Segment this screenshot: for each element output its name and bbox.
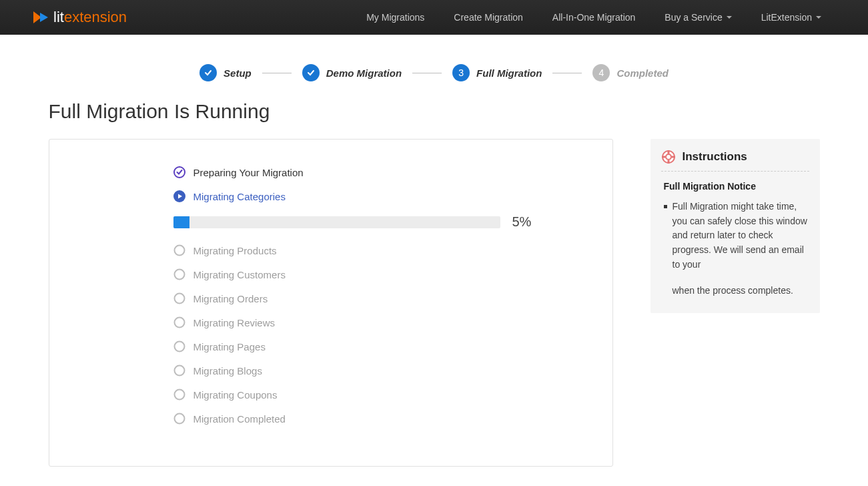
nav-buy-service[interactable]: Buy a Service bbox=[650, 0, 746, 35]
page-title: Full Migration Is Running bbox=[49, 100, 820, 123]
circle-icon bbox=[173, 316, 185, 328]
notice-text: Full Migration might take time, you can … bbox=[673, 200, 809, 272]
nav-my-migrations[interactable]: My Migrations bbox=[352, 0, 439, 35]
circle-icon bbox=[173, 413, 185, 425]
task-label: Migrating Categories bbox=[193, 191, 286, 202]
task-label: Migrating Pages bbox=[193, 341, 266, 352]
svg-rect-13 bbox=[667, 160, 669, 164]
notice-title: Full Migration Notice bbox=[661, 181, 809, 192]
task-pages: Migrating Pages bbox=[173, 340, 559, 352]
task-categories: Migrating Categories bbox=[173, 190, 559, 202]
progress-percent: 5% bbox=[512, 214, 532, 230]
circle-icon bbox=[173, 364, 185, 377]
task-label: Migrating Products bbox=[193, 245, 277, 256]
task-label: Migrating Blogs bbox=[193, 365, 262, 377]
svg-point-6 bbox=[174, 342, 184, 352]
step-demo: Demo Migration bbox=[302, 64, 402, 81]
check-icon bbox=[199, 64, 217, 81]
svg-point-4 bbox=[174, 294, 184, 304]
progress-fill bbox=[173, 216, 190, 228]
step-label: Full Migration bbox=[476, 67, 542, 79]
task-completed: Migration Completed bbox=[173, 413, 559, 425]
task-blogs: Migrating Blogs bbox=[173, 364, 559, 377]
progress-row: 5% bbox=[173, 214, 559, 230]
lifesaver-icon bbox=[661, 150, 676, 164]
task-label: Migration Completed bbox=[193, 413, 286, 425]
step-setup: Setup bbox=[199, 64, 252, 81]
check-icon bbox=[302, 64, 320, 81]
svg-point-2 bbox=[174, 246, 184, 256]
step-connector bbox=[412, 73, 442, 73]
svg-point-11 bbox=[666, 154, 671, 160]
brand-logo[interactable]: litextension bbox=[32, 9, 127, 26]
bullet-icon bbox=[664, 205, 667, 208]
task-label: Migrating Orders bbox=[193, 293, 268, 304]
circle-icon bbox=[173, 244, 185, 256]
chevron-down-icon bbox=[816, 16, 821, 19]
svg-point-3 bbox=[174, 270, 184, 280]
task-reviews: Migrating Reviews bbox=[173, 316, 559, 328]
task-label: Migrating Reviews bbox=[193, 317, 276, 328]
task-products: Migrating Products bbox=[173, 244, 559, 256]
svg-point-7 bbox=[174, 366, 184, 376]
nav-litextension[interactable]: LitExtension bbox=[747, 0, 836, 35]
task-label: Migrating Coupons bbox=[193, 389, 278, 401]
svg-point-5 bbox=[174, 318, 184, 328]
check-circle-icon bbox=[173, 166, 185, 178]
instructions-title: Instructions bbox=[683, 150, 747, 164]
nav-create-migration[interactable]: Create Migration bbox=[439, 0, 538, 35]
svg-rect-14 bbox=[662, 156, 665, 158]
circle-icon bbox=[173, 292, 185, 304]
step-label: Setup bbox=[224, 67, 252, 79]
progress-bar bbox=[173, 216, 500, 228]
brand-icon bbox=[32, 10, 49, 25]
svg-rect-15 bbox=[672, 156, 675, 158]
step-completed: 4 Completed bbox=[592, 64, 669, 81]
progress-stepper: Setup Demo Migration 3 Full Migration 4 … bbox=[0, 64, 868, 81]
step-connector bbox=[552, 73, 582, 73]
brand-text: litextension bbox=[53, 9, 127, 26]
instructions-card: Instructions Full Migration Notice Full … bbox=[650, 139, 820, 313]
task-label: Preparing Your Migration bbox=[193, 167, 304, 178]
svg-point-8 bbox=[174, 390, 184, 400]
top-navbar: litextension My Migrations Create Migrat… bbox=[0, 0, 868, 35]
step-label: Completed bbox=[616, 67, 669, 79]
step-connector bbox=[262, 73, 292, 73]
step-label: Demo Migration bbox=[326, 67, 402, 79]
svg-rect-12 bbox=[667, 150, 669, 154]
notice-text-2: when the process completes. bbox=[661, 284, 809, 298]
play-circle-icon bbox=[173, 190, 185, 202]
task-orders: Migrating Orders bbox=[173, 292, 559, 304]
svg-point-9 bbox=[174, 414, 184, 424]
step-number-icon: 3 bbox=[452, 64, 470, 81]
task-customers: Migrating Customers bbox=[173, 268, 559, 280]
task-preparing: Preparing Your Migration bbox=[173, 166, 559, 178]
task-label: Migrating Customers bbox=[193, 269, 286, 280]
circle-icon bbox=[173, 340, 185, 352]
notice-item: Full Migration might take time, you can … bbox=[664, 200, 809, 272]
task-coupons: Migrating Coupons bbox=[173, 389, 559, 401]
circle-icon bbox=[173, 389, 185, 401]
migration-status-panel: Preparing Your Migration Migrating Categ… bbox=[49, 139, 613, 467]
step-number-icon: 4 bbox=[592, 64, 610, 81]
step-full: 3 Full Migration bbox=[452, 64, 542, 81]
circle-icon bbox=[173, 268, 185, 280]
chevron-down-icon bbox=[727, 16, 732, 19]
nav-all-in-one[interactable]: All-In-One Migration bbox=[538, 0, 650, 35]
